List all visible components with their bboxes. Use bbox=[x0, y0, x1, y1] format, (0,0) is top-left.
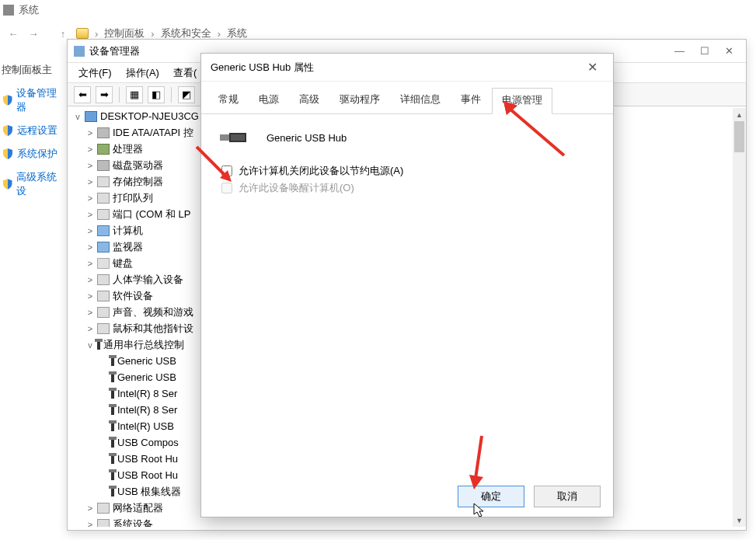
tree-leaf[interactable]: Intel(R) USB bbox=[72, 418, 204, 434]
sidebar-item-remote[interactable]: 远程设置 bbox=[0, 119, 67, 142]
twisty-icon[interactable]: > bbox=[86, 324, 94, 333]
tb-btn[interactable]: ▦ bbox=[126, 86, 143, 103]
nav-back-icon[interactable]: ← bbox=[6, 28, 20, 40]
tree-node[interactable]: >人体学输入设备 bbox=[72, 271, 204, 287]
twisty-icon[interactable]: > bbox=[86, 259, 94, 268]
ok-label: 确定 bbox=[481, 489, 501, 503]
dialog-title: Generic USB Hub 属性 bbox=[211, 61, 314, 75]
tab-power[interactable]: 电源 bbox=[249, 88, 288, 113]
twisty-icon[interactable]: v bbox=[86, 340, 94, 350]
tb-back[interactable]: ⬅ bbox=[74, 86, 91, 103]
tree-node[interactable]: >软件设备 bbox=[72, 287, 204, 304]
menu-action[interactable]: 操作(A) bbox=[126, 66, 159, 80]
tree-leaf[interactable]: USB Root Hu bbox=[72, 451, 204, 467]
tree-node[interactable]: >计算机 bbox=[72, 222, 204, 239]
tree-node[interactable]: >处理器 bbox=[72, 141, 204, 157]
tree-leaf[interactable]: Intel(R) 8 Ser bbox=[72, 402, 204, 418]
scroll-down-icon[interactable]: ▼ bbox=[733, 514, 746, 527]
tab-power-mgmt[interactable]: 电源管理 bbox=[492, 88, 552, 114]
twisty-icon[interactable]: v bbox=[74, 112, 82, 121]
tab-advanced[interactable]: 高级 bbox=[290, 88, 329, 113]
device-icon bbox=[97, 127, 110, 138]
tree-node[interactable]: >监视器 bbox=[72, 239, 204, 255]
twisty-icon[interactable]: > bbox=[86, 161, 94, 170]
tree-node[interactable]: >IDE ATA/ATAPI 控 bbox=[72, 124, 204, 141]
device-icon bbox=[97, 291, 110, 301]
usb-plug-icon bbox=[220, 128, 248, 147]
device-icon bbox=[97, 340, 100, 350]
cancel-button[interactable]: 取消 bbox=[534, 486, 601, 507]
minimize-icon[interactable]: — bbox=[674, 45, 685, 57]
twisty-icon[interactable]: > bbox=[86, 177, 94, 186]
twisty-icon[interactable]: > bbox=[86, 193, 94, 203]
sidebar-item-advanced[interactable]: 高级系统设 bbox=[0, 165, 67, 203]
usb-icon bbox=[111, 422, 114, 431]
tree-node[interactable]: >端口 (COM 和 LP bbox=[72, 206, 204, 222]
nav-up-icon[interactable]: ↑ bbox=[56, 28, 70, 40]
scroll-up-icon[interactable]: ▲ bbox=[733, 108, 746, 121]
usb-icon bbox=[111, 406, 114, 415]
sidebar-item-home[interactable]: 控制面板主 bbox=[0, 58, 67, 82]
tree-leaf[interactable]: Generic USB bbox=[72, 369, 204, 385]
nav-fwd-icon[interactable]: → bbox=[26, 28, 40, 40]
shield-icon bbox=[2, 124, 14, 137]
tree-node[interactable]: v通用串行总线控制 bbox=[72, 336, 204, 353]
scrollbar[interactable]: ▲ ▼ bbox=[733, 108, 746, 527]
close-icon[interactable]: ✕ bbox=[580, 60, 604, 75]
twisty-icon[interactable]: > bbox=[86, 520, 94, 528]
checkbox-input[interactable] bbox=[221, 165, 232, 176]
tree-leaf[interactable]: Intel(R) 8 Ser bbox=[72, 385, 204, 402]
sidebar-item-protect[interactable]: 系统保护 bbox=[0, 142, 67, 165]
checkbox-label: 允许计算机关闭此设备以节约电源(A) bbox=[239, 164, 403, 178]
tree-leaf[interactable]: USB Root Hu bbox=[72, 467, 204, 483]
twisty-icon[interactable]: > bbox=[86, 210, 94, 219]
tab-general[interactable]: 常规 bbox=[209, 88, 248, 113]
tree-node[interactable]: >键盘 bbox=[72, 255, 204, 271]
device-tree[interactable]: v DESKTOP-NJEU3CG >IDE ATA/ATAPI 控>处理器>磁… bbox=[72, 108, 204, 527]
checkbox-allow-off[interactable]: 允许计算机关闭此设备以节约电源(A) bbox=[221, 164, 599, 178]
sidebar-label: 高级系统设 bbox=[16, 170, 65, 198]
twisty-icon[interactable]: > bbox=[86, 308, 94, 317]
twisty-icon[interactable]: > bbox=[86, 275, 94, 284]
twisty-icon[interactable]: > bbox=[86, 226, 94, 235]
scroll-thumb[interactable] bbox=[734, 121, 744, 152]
system-sidebar: 控制面板主 设备管理器 远程设置 系统保护 高级系统设 bbox=[0, 58, 67, 203]
tree-node[interactable]: >打印队列 bbox=[72, 190, 204, 206]
menu-file[interactable]: 文件(F) bbox=[78, 66, 112, 80]
sidebar-label: 控制面板主 bbox=[2, 63, 52, 77]
sidebar-label: 系统保护 bbox=[17, 147, 57, 161]
tree-node[interactable]: >磁盘驱动器 bbox=[72, 157, 204, 173]
twisty-icon[interactable]: > bbox=[86, 503, 94, 513]
tree-label: USB Compos bbox=[117, 437, 179, 448]
tree-node[interactable]: >系统设备 bbox=[72, 516, 204, 527]
tb-fwd[interactable]: ➡ bbox=[96, 86, 113, 103]
twisty-icon[interactable]: > bbox=[86, 242, 94, 252]
twisty-icon[interactable]: > bbox=[86, 128, 94, 138]
menu-view[interactable]: 查看( bbox=[173, 66, 197, 80]
device-icon bbox=[97, 225, 110, 236]
tb-btn[interactable]: ◧ bbox=[148, 86, 165, 103]
tree-label: 通用串行总线控制 bbox=[103, 338, 184, 352]
tree-node[interactable]: >声音、视频和游戏 bbox=[72, 304, 204, 320]
tree-leaf[interactable]: USB Compos bbox=[72, 434, 204, 451]
tree-label: 计算机 bbox=[113, 224, 143, 238]
ok-button[interactable]: 确定 bbox=[458, 486, 524, 507]
close-icon[interactable]: ✕ bbox=[725, 45, 733, 57]
twisty-icon[interactable]: > bbox=[86, 291, 94, 301]
tab-details[interactable]: 详细信息 bbox=[391, 88, 450, 113]
tree-root[interactable]: v DESKTOP-NJEU3CG bbox=[72, 108, 204, 124]
bread-sep: › bbox=[95, 28, 98, 40]
tree-node[interactable]: >鼠标和其他指针设 bbox=[72, 320, 204, 336]
sidebar-item-devmgr[interactable]: 设备管理器 bbox=[0, 82, 67, 119]
tree-leaf[interactable]: USB 根集线器 bbox=[72, 483, 204, 500]
maximize-icon[interactable]: ☐ bbox=[700, 45, 709, 57]
tree-leaf[interactable]: Generic USB bbox=[72, 353, 204, 369]
tb-btn[interactable]: ◩ bbox=[178, 86, 195, 103]
tree-node[interactable]: >网络适配器 bbox=[72, 500, 204, 516]
tab-events[interactable]: 事件 bbox=[451, 88, 490, 113]
tree-node[interactable]: >存储控制器 bbox=[72, 173, 204, 190]
device-icon bbox=[97, 503, 110, 514]
twisty-icon[interactable]: > bbox=[86, 145, 94, 154]
checkbox-allow-wake: 允许此设备唤醒计算机(O) bbox=[221, 181, 599, 195]
tab-driver[interactable]: 驱动程序 bbox=[330, 88, 389, 113]
